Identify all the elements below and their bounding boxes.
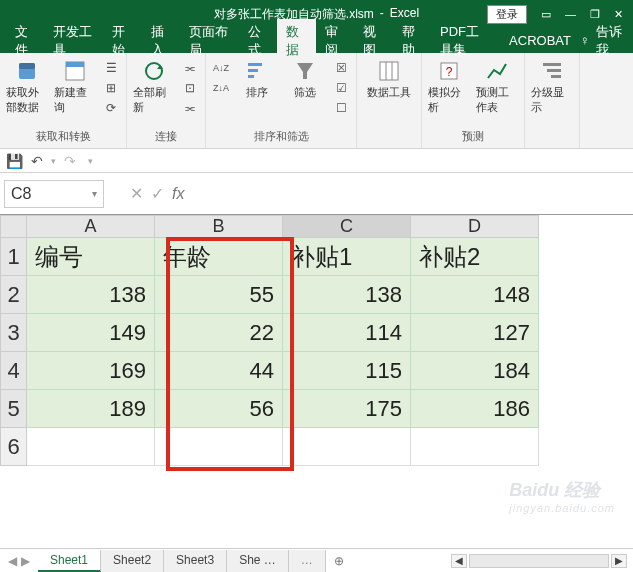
row-header-6[interactable]: 6 — [1, 428, 27, 466]
cell-b5[interactable]: 56 — [155, 390, 283, 428]
sort-desc-icon[interactable]: Z↓A — [210, 79, 232, 97]
cell-a5[interactable]: 189 — [27, 390, 155, 428]
hscroll-right-icon[interactable]: ▶ — [611, 554, 627, 568]
new-query-button[interactable]: 新建查询 — [52, 57, 98, 117]
forecast-icon — [485, 59, 509, 83]
what-if-icon: ? — [437, 59, 461, 83]
cell-d2[interactable]: 148 — [411, 276, 539, 314]
svg-text:?: ? — [446, 65, 453, 79]
redo-icon[interactable]: ↷ — [64, 153, 76, 169]
cell-a1[interactable]: 编号 — [27, 238, 155, 276]
group-label: 连接 — [131, 129, 201, 146]
formula-input[interactable] — [192, 180, 629, 208]
what-if-button[interactable]: ? 模拟分析 — [426, 57, 472, 117]
sheet-tab-3[interactable]: Sheet3 — [164, 550, 227, 572]
row-header-1[interactable]: 1 — [1, 238, 27, 276]
forecast-sheet-button[interactable]: 预测工作表 — [474, 57, 520, 117]
cell-b3[interactable]: 22 — [155, 314, 283, 352]
cell-c5[interactable]: 175 — [283, 390, 411, 428]
svg-marker-5 — [157, 65, 163, 69]
cell-b4[interactable]: 44 — [155, 352, 283, 390]
database-icon — [15, 59, 39, 83]
cell-c3[interactable]: 114 — [283, 314, 411, 352]
cell-d4[interactable]: 184 — [411, 352, 539, 390]
ribbon-display-options-icon[interactable]: ▭ — [541, 8, 551, 21]
cell-a3[interactable]: 149 — [27, 314, 155, 352]
clear-filter-icon[interactable]: ☒ — [330, 59, 352, 77]
cell-reference: C8 — [11, 185, 31, 203]
sheet-tab-4[interactable]: She … — [227, 550, 289, 572]
undo-icon[interactable]: ↶ — [31, 153, 43, 169]
row-header-3[interactable]: 3 — [1, 314, 27, 352]
minimize-icon[interactable]: — — [565, 8, 576, 20]
cell-c2[interactable]: 138 — [283, 276, 411, 314]
svg-rect-3 — [66, 62, 84, 67]
cell-a6[interactable] — [27, 428, 155, 466]
refresh-icon — [142, 59, 166, 83]
sheet-nav-prev-icon[interactable]: ◀ — [8, 554, 17, 568]
select-all-corner[interactable] — [1, 216, 27, 238]
ribbon-group-forecast: ? 模拟分析 预测工作表 预测 — [422, 53, 525, 148]
undo-dd-icon[interactable]: ▾ — [51, 156, 56, 166]
grid: A B C D 1 编号 年龄 补贴1 补贴2 2 138 55 138 148… — [0, 215, 539, 466]
outline-button[interactable]: 分级显示 — [529, 57, 575, 117]
col-header-d[interactable]: D — [411, 216, 539, 238]
chevron-down-icon[interactable]: ▾ — [92, 188, 97, 199]
funnel-icon — [293, 59, 317, 83]
row-header-4[interactable]: 4 — [1, 352, 27, 390]
col-header-b[interactable]: B — [155, 216, 283, 238]
col-header-a[interactable]: A — [27, 216, 155, 238]
edit-links-icon[interactable]: ⫘ — [179, 99, 201, 117]
advanced-icon[interactable]: ☐ — [330, 99, 352, 117]
cell-c6[interactable] — [283, 428, 411, 466]
get-external-data-button[interactable]: 获取外部数据 — [4, 57, 50, 117]
show-queries-icon[interactable]: ☰ — [100, 59, 122, 77]
sort-asc-icon[interactable]: A↓Z — [210, 59, 232, 77]
cancel-icon[interactable]: ✕ — [130, 184, 143, 203]
sort-button[interactable]: 排序 — [234, 57, 280, 102]
fx-icon[interactable]: fx — [172, 185, 184, 203]
sheet-tab-1[interactable]: Sheet1 — [38, 550, 101, 572]
sheet-nav-next-icon[interactable]: ▶ — [21, 554, 30, 568]
from-table-icon[interactable]: ⊞ — [100, 79, 122, 97]
data-tools-button[interactable]: 数据工具 — [361, 57, 417, 102]
cell-d5[interactable]: 186 — [411, 390, 539, 428]
sheet-tab-2[interactable]: Sheet2 — [101, 550, 164, 572]
cell-b6[interactable] — [155, 428, 283, 466]
close-icon[interactable]: ✕ — [614, 8, 623, 21]
properties-icon[interactable]: ⊡ — [179, 79, 201, 97]
cell-b1[interactable]: 年龄 — [155, 238, 283, 276]
row-header-2[interactable]: 2 — [1, 276, 27, 314]
save-icon[interactable]: 💾 — [6, 153, 23, 169]
customize-qat-icon[interactable]: ▾ — [88, 156, 93, 166]
hscroll-left-icon[interactable]: ◀ — [451, 554, 467, 568]
connections-icon[interactable]: ⫘ — [179, 59, 201, 77]
name-box[interactable]: C8 ▾ — [4, 180, 104, 208]
accept-icon[interactable]: ✓ — [151, 184, 164, 203]
col-header-c[interactable]: C — [283, 216, 411, 238]
cell-b2[interactable]: 55 — [155, 276, 283, 314]
row-header-5[interactable]: 5 — [1, 390, 27, 428]
recent-sources-icon[interactable]: ⟳ — [100, 99, 122, 117]
tab-acrobat[interactable]: ACROBAT — [500, 29, 580, 52]
group-label: 预测 — [426, 129, 520, 146]
cell-d6[interactable] — [411, 428, 539, 466]
hscroll-track[interactable] — [469, 554, 609, 568]
tell-me[interactable]: 告诉我 — [596, 23, 623, 59]
cell-c4[interactable]: 115 — [283, 352, 411, 390]
svg-rect-6 — [248, 63, 262, 66]
sheet-tab-more[interactable]: … — [289, 550, 326, 572]
worksheet-area[interactable]: A B C D 1 编号 年龄 补贴1 补贴2 2 138 55 138 148… — [0, 215, 633, 548]
cell-a4[interactable]: 169 — [27, 352, 155, 390]
cell-d1[interactable]: 补贴2 — [411, 238, 539, 276]
cell-c1[interactable]: 补贴1 — [283, 238, 411, 276]
restore-icon[interactable]: ❐ — [590, 8, 600, 21]
cell-a2[interactable]: 138 — [27, 276, 155, 314]
lightbulb-icon[interactable]: ♀ — [580, 33, 590, 48]
filter-button[interactable]: 筛选 — [282, 57, 328, 102]
window-title: 对多张工作表加自动筛选.xlsm - Excel — [214, 6, 419, 23]
refresh-all-button[interactable]: 全部刷新 — [131, 57, 177, 117]
reapply-icon[interactable]: ☑ — [330, 79, 352, 97]
cell-d3[interactable]: 127 — [411, 314, 539, 352]
new-sheet-icon[interactable]: ⊕ — [326, 554, 352, 568]
